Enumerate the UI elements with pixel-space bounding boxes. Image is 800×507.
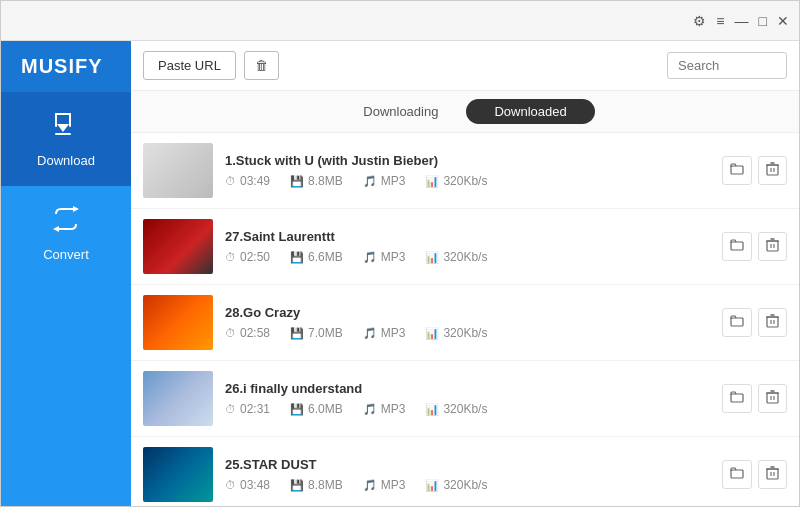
song-title: 25.STAR DUST [225, 457, 710, 472]
bitrate-icon: 📊 [425, 175, 439, 188]
minimize-icon[interactable]: — [735, 13, 749, 29]
svg-rect-19 [731, 318, 743, 326]
sidebar-item-download[interactable]: Download [1, 92, 131, 186]
svg-rect-0 [55, 113, 71, 115]
size-icon: 💾 [290, 403, 304, 416]
open-folder-button[interactable] [722, 232, 752, 261]
song-meta: ⏱ 02:50 💾 6.6MB 🎵 MP3 📊 320Kb/s [225, 250, 710, 264]
song-size: 💾 7.0MB [290, 326, 343, 340]
open-folder-button[interactable] [722, 460, 752, 489]
maximize-icon[interactable]: □ [759, 13, 767, 29]
song-item: 28.Go Crazy ⏱ 02:58 💾 7.0MB 🎵 MP3 [131, 285, 799, 361]
song-meta: ⏱ 03:49 💾 8.8MB 🎵 MP3 📊 320Kb/s [225, 174, 710, 188]
size-icon: 💾 [290, 251, 304, 264]
song-item: 27.Saint Laurenttt ⏱ 02:50 💾 6.6MB 🎵 MP3 [131, 209, 799, 285]
svg-rect-32 [767, 469, 778, 479]
song-duration: ⏱ 03:48 [225, 478, 270, 492]
sidebar-download-label: Download [37, 153, 95, 168]
tab-downloading[interactable]: Downloading [335, 99, 466, 124]
song-meta: ⏱ 02:31 💾 6.0MB 🎵 MP3 📊 320Kb/s [225, 402, 710, 416]
delete-song-button[interactable] [758, 308, 787, 337]
song-meta: ⏱ 02:58 💾 7.0MB 🎵 MP3 📊 320Kb/s [225, 326, 710, 340]
settings-icon[interactable]: ⚙ [693, 13, 706, 29]
svg-rect-31 [731, 470, 743, 478]
song-format: 🎵 MP3 [363, 326, 406, 340]
bitrate-icon: 📊 [425, 327, 439, 340]
size-icon: 💾 [290, 175, 304, 188]
svg-rect-1 [55, 113, 57, 127]
song-item: 26.i finally understand ⏱ 02:31 💾 6.0MB … [131, 361, 799, 437]
convert-icon [51, 204, 81, 241]
open-folder-button[interactable] [722, 156, 752, 185]
song-item: 1.Stuck with U (with Justin Bieber) ⏱ 03… [131, 133, 799, 209]
svg-rect-2 [69, 113, 71, 127]
song-duration: ⏱ 02:31 [225, 402, 270, 416]
download-icon [51, 110, 81, 147]
song-size: 💾 6.0MB [290, 402, 343, 416]
song-thumbnail [143, 371, 213, 426]
menu-icon[interactable]: ≡ [716, 13, 724, 29]
bitrate-icon: 📊 [425, 403, 439, 416]
svg-rect-13 [731, 242, 743, 250]
tab-bar: Downloading Downloaded [131, 91, 799, 133]
delete-toolbar-button[interactable]: 🗑 [244, 51, 279, 80]
song-title: 1.Stuck with U (with Justin Bieber) [225, 153, 710, 168]
close-icon[interactable]: ✕ [777, 13, 789, 29]
song-title: 26.i finally understand [225, 381, 710, 396]
song-list[interactable]: 1.Stuck with U (with Justin Bieber) ⏱ 03… [131, 133, 799, 506]
song-format: 🎵 MP3 [363, 174, 406, 188]
svg-rect-4 [55, 133, 71, 135]
open-folder-button[interactable] [722, 384, 752, 413]
song-duration: ⏱ 02:50 [225, 250, 270, 264]
song-info: 27.Saint Laurenttt ⏱ 02:50 💾 6.6MB 🎵 MP3 [225, 229, 710, 264]
song-title: 27.Saint Laurenttt [225, 229, 710, 244]
clock-icon: ⏱ [225, 327, 236, 339]
song-thumbnail [143, 447, 213, 502]
song-item: 25.STAR DUST ⏱ 03:48 💾 8.8MB 🎵 MP3 [131, 437, 799, 506]
size-icon: 💾 [290, 479, 304, 492]
svg-rect-14 [767, 241, 778, 251]
delete-song-button[interactable] [758, 460, 787, 489]
svg-rect-20 [767, 317, 778, 327]
song-duration: ⏱ 02:58 [225, 326, 270, 340]
size-icon: 💾 [290, 327, 304, 340]
sidebar: MUSIFY Download [1, 41, 131, 506]
song-size: 💾 6.6MB [290, 250, 343, 264]
song-info: 26.i finally understand ⏱ 02:31 💾 6.0MB … [225, 381, 710, 416]
song-info: 25.STAR DUST ⏱ 03:48 💾 8.8MB 🎵 MP3 [225, 457, 710, 492]
song-title: 28.Go Crazy [225, 305, 710, 320]
song-thumbnail [143, 143, 213, 198]
paste-url-button[interactable]: Paste URL [143, 51, 236, 80]
clock-icon: ⏱ [225, 403, 236, 415]
delete-song-button[interactable] [758, 232, 787, 261]
sidebar-item-convert[interactable]: Convert [1, 186, 131, 280]
song-bitrate: 📊 320Kb/s [425, 250, 487, 264]
song-info: 1.Stuck with U (with Justin Bieber) ⏱ 03… [225, 153, 710, 188]
title-bar: ⚙ ≡ — □ ✕ [1, 1, 799, 41]
song-bitrate: 📊 320Kb/s [425, 326, 487, 340]
song-actions [722, 156, 787, 185]
song-format: 🎵 MP3 [363, 402, 406, 416]
song-actions [722, 308, 787, 337]
song-actions [722, 232, 787, 261]
delete-song-button[interactable] [758, 156, 787, 185]
clock-icon: ⏱ [225, 479, 236, 491]
file-icon: 🎵 [363, 251, 377, 264]
main-layout: MUSIFY Download [1, 41, 799, 506]
search-input[interactable] [667, 52, 787, 79]
delete-song-button[interactable] [758, 384, 787, 413]
file-icon: 🎵 [363, 175, 377, 188]
song-bitrate: 📊 320Kb/s [425, 174, 487, 188]
toolbar: Paste URL 🗑 [131, 41, 799, 91]
sidebar-convert-label: Convert [43, 247, 89, 262]
open-folder-button[interactable] [722, 308, 752, 337]
song-size: 💾 8.8MB [290, 174, 343, 188]
tab-downloaded[interactable]: Downloaded [466, 99, 594, 124]
song-actions [722, 460, 787, 489]
song-bitrate: 📊 320Kb/s [425, 478, 487, 492]
song-info: 28.Go Crazy ⏱ 02:58 💾 7.0MB 🎵 MP3 [225, 305, 710, 340]
file-icon: 🎵 [363, 479, 377, 492]
trash-icon: 🗑 [255, 58, 268, 73]
song-bitrate: 📊 320Kb/s [425, 402, 487, 416]
file-icon: 🎵 [363, 403, 377, 416]
